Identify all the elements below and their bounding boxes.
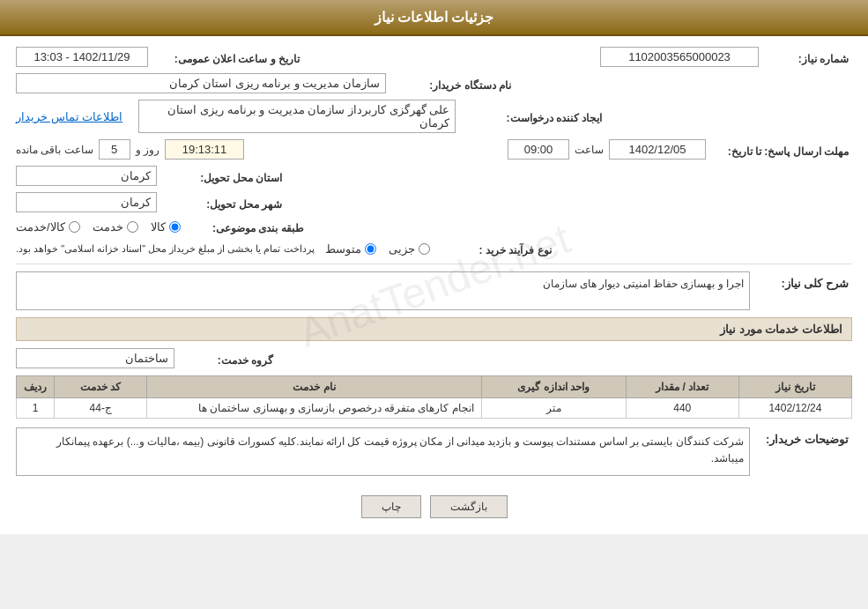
radio-jozii-input[interactable]: [419, 243, 430, 255]
row-noeFarayand: نوع فرآیند خرید : متوسط جزیی پرداخت تمام…: [16, 241, 852, 256]
label-baki: ساعت باقی مانده: [16, 144, 93, 156]
page-title: جزئیات اطلاعات نیاز: [375, 10, 494, 25]
label-ostanTahvil: استان محل تحویل:: [171, 168, 286, 184]
sharchKoli-wrapper: اجرا و بهسازی حفاظ امنیتی دیوار های سازم…: [16, 271, 750, 310]
btn-bazgasht[interactable]: بازگشت: [430, 495, 508, 518]
col-kodKhadamat: کد خدمت: [55, 376, 147, 398]
col-radif: ردیف: [17, 376, 55, 398]
row-mohlat: مهلت ارسال پاسخ: تا تاریخ: 1402/12/05 سا…: [16, 139, 852, 160]
radio-khadamat-label: خدمت: [93, 220, 123, 234]
cell-vahed: متر: [481, 398, 626, 419]
label-roz: روز و: [136, 144, 160, 156]
value-shomareNiaz: 1102003565000023: [600, 47, 759, 67]
row-ijad: ایجاد کننده درخواست: علی گهرگزی کاربرداز…: [16, 100, 852, 133]
col-namKhadamat: نام خدمت: [147, 376, 481, 398]
cell-namKhadamat: انجام کارهای متفرقه درخصوص بازسازی و بهس…: [147, 398, 481, 419]
services-table: تاریخ نیاز تعداد / مقدار واحد اندازه گیر…: [16, 375, 852, 419]
radio-kala-input[interactable]: [169, 221, 181, 233]
page-header: جزئیات اطلاعات نیاز: [0, 0, 868, 36]
radio-khadamat-input[interactable]: [127, 221, 138, 233]
radio-motovaset-label: متوسط: [325, 242, 361, 256]
label-ساعت: ساعت: [575, 144, 604, 156]
label-shomareNiaz: شماره نیاز:: [773, 49, 852, 65]
divider-1: [16, 264, 852, 264]
cell-tarikh: 1402/12/24: [738, 398, 851, 419]
label-groheKhadamat: گروه خدمت:: [189, 351, 277, 367]
cell-radif: 1: [17, 398, 55, 419]
row-shahrTahvil: شهر محل تحویل: کرمان: [16, 192, 852, 212]
radio-khadamat: خدمت: [93, 220, 138, 234]
radio-kala-khadamat-label: کالا/خدمت: [16, 220, 65, 234]
cell-tedad: 440: [626, 398, 738, 419]
radio-kala: کالا: [151, 220, 181, 234]
btn-chap[interactable]: چاپ: [361, 495, 421, 518]
farayand-radio-group: متوسط جزیی: [325, 242, 430, 256]
button-row: چاپ بازگشت: [16, 485, 852, 524]
col-tarikh: تاریخ نیاز: [738, 376, 851, 398]
label-sharchKoli: شرح کلی نیاز:: [764, 271, 852, 290]
value-ijadKonande: علی گهرگزی کاربرداز سازمان مدیریت و برنا…: [138, 100, 456, 133]
value-groheKhadamat: ساختمان: [16, 348, 174, 368]
value-mohlat-time: 09:00: [508, 139, 569, 160]
label-tarifBandi: طبقه بندی موضوعی:: [193, 219, 308, 234]
value-shahrTahvil: کرمان: [16, 192, 157, 212]
row-tosih: توضیحات خریدار: شرکت کنندگان بایستی بر ا…: [16, 427, 852, 476]
page-container: جزئیات اطلاعات نیاز AnatTender.net شماره…: [0, 0, 868, 534]
label-mohlat: مهلت ارسال پاسخ: تا تاریخ:: [711, 142, 852, 158]
radio-kala-khadamat-input[interactable]: [69, 221, 80, 233]
tarifBandi-radio-group: کالا/خدمت خدمت کالا: [16, 220, 181, 234]
radio-kala-khadamat: کالا/خدمت: [16, 220, 80, 234]
label-shahrTahvil: شهر محل تحویل:: [171, 195, 286, 211]
cell-kodKhadamat: ج-44: [55, 398, 147, 419]
row-shomareNiaz: شماره نیاز: 1102003565000023 تاریخ و ساع…: [16, 47, 852, 67]
value-namDastgah: سازمان مدیریت و برنامه ریزی استان کرمان: [16, 73, 386, 93]
table-row: 1402/12/24 440 متر انجام کارهای متفرقه د…: [17, 398, 852, 419]
label-tosih: توضیحات خریدار:: [764, 427, 852, 446]
value-sharchKoli: اجرا و بهسازی حفاظ امنیتی دیوار های سازم…: [16, 271, 750, 310]
radio-jozii: جزیی: [389, 242, 430, 256]
label-noeFarayand: نوع فرآیند خرید :: [441, 241, 555, 256]
label-namDastgah: نام دستگاه خریدار:: [400, 76, 515, 92]
value-mohlat-date: 1402/12/05: [609, 139, 706, 160]
row-sharchKoli: شرح کلی نیاز: اجرا و بهسازی حفاظ امنیتی …: [16, 271, 852, 310]
value-countdown: 19:13:11: [165, 139, 244, 160]
radio-motovaset: متوسط: [325, 242, 376, 256]
contact-link[interactable]: اطلاعات تماس خریدار: [16, 110, 122, 123]
label-taSO: تاریخ و ساعت اعلان عمومی:: [162, 49, 303, 65]
radio-kala-label: کالا: [151, 220, 166, 234]
col-tedad: تعداد / مقدار: [626, 376, 738, 398]
noeFarayand-note: پرداخت تمام یا بخشی از مبلغ خریداز محل "…: [16, 243, 315, 255]
row-namDastgah: نام دستگاه خریدار: سازمان مدیریت و برنام…: [16, 73, 852, 93]
value-tosih: شرکت کنندگان بایستی بر اساس مستندات پیوس…: [16, 427, 750, 476]
main-content: AnatTender.net شماره نیاز: 1102003565000…: [0, 36, 868, 534]
row-tarifBandi: طبقه بندی موضوعی: کالا/خدمت خدمت کالا: [16, 219, 852, 234]
label-ijadKonande: ایجاد کننده درخواست:: [464, 108, 605, 124]
radio-jozii-label: جزیی: [389, 242, 415, 256]
section-khadamat: اطلاعات خدمات مورد نیاز: [16, 317, 852, 341]
value-roz: 5: [99, 139, 130, 160]
row-ostanTahvil: استان محل تحویل: کرمان: [16, 166, 852, 186]
col-vahed: واحد اندازه گیری: [481, 376, 626, 398]
value-ostanTahvil: کرمان: [16, 166, 157, 186]
value-taSO: 1402/11/29 - 13:03: [16, 47, 148, 67]
radio-motovaset-input[interactable]: [365, 243, 376, 255]
row-groheKhadamat: گروه خدمت: ساختمان: [16, 348, 852, 368]
tosih-wrapper: شرکت کنندگان بایستی بر اساس مستندات پیوس…: [16, 427, 750, 476]
